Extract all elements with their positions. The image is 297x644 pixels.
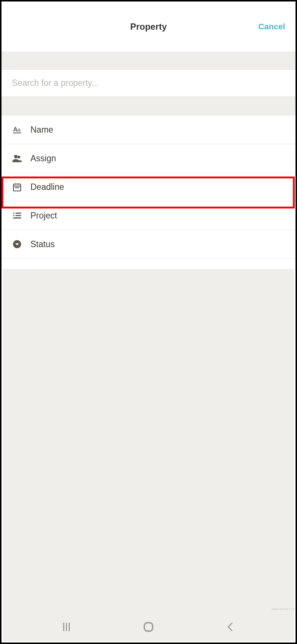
text-icon: A a <box>12 124 22 135</box>
property-item-deadline[interactable]: Deadline <box>1 173 296 201</box>
header: Property Cancel <box>1 1 296 52</box>
property-list: A a Name Assign <box>1 115 296 259</box>
system-nav-bar <box>3 613 294 641</box>
calendar-icon <box>12 182 22 192</box>
spacer <box>1 52 296 69</box>
svg-rect-2 <box>13 133 21 133</box>
property-item-project[interactable]: Project <box>1 201 296 230</box>
list-icon <box>12 210 22 221</box>
svg-point-4 <box>17 156 20 158</box>
background-fill <box>3 269 294 613</box>
svg-point-3 <box>14 155 17 158</box>
property-label: Assign <box>30 153 56 164</box>
search-row <box>1 69 296 97</box>
svg-text:a: a <box>17 126 21 133</box>
watermark: www.deuaq.com <box>271 607 295 611</box>
property-label: Deadline <box>30 182 64 192</box>
svg-rect-14 <box>13 217 21 219</box>
svg-point-10 <box>13 213 14 214</box>
dropdown-icon <box>12 239 22 249</box>
svg-rect-12 <box>16 213 21 214</box>
back-icon[interactable] <box>221 618 240 636</box>
svg-rect-19 <box>144 623 153 631</box>
property-item-status[interactable]: Status <box>1 230 296 259</box>
property-label: Project <box>30 211 57 221</box>
people-icon <box>12 153 22 164</box>
svg-point-11 <box>13 215 14 216</box>
cancel-button[interactable]: Cancel <box>258 22 285 32</box>
property-label: Status <box>30 239 55 249</box>
search-input[interactable] <box>12 78 285 88</box>
page-title: Property <box>130 22 167 32</box>
recents-icon[interactable] <box>57 618 76 636</box>
property-item-assign[interactable]: Assign <box>1 144 296 173</box>
property-item-name[interactable]: A a Name <box>1 116 296 144</box>
property-label: Name <box>30 125 53 135</box>
spacer <box>1 97 296 115</box>
svg-rect-13 <box>16 215 21 216</box>
home-icon[interactable] <box>139 618 158 636</box>
